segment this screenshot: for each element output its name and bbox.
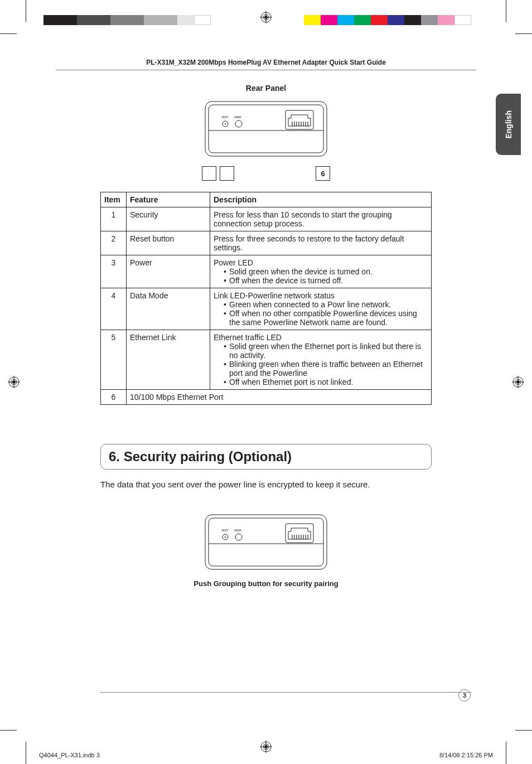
device-rear-diagram-icon: RST NMK — [202, 511, 330, 573]
svg-point-25 — [235, 120, 242, 127]
callout-row: 6 — [202, 166, 330, 181]
table-row: 3 Power Power LED Solid green when the d… — [101, 255, 432, 288]
svg-text:NMK: NMK — [234, 529, 241, 532]
table-header-row: Item Feature Description — [101, 192, 432, 207]
svg-rect-43 — [286, 524, 313, 543]
crop-mark — [515, 33, 532, 34]
section-text: The data that you sent over the power li… — [100, 480, 432, 489]
table-row: 1 Security Press for less than 10 second… — [101, 207, 432, 231]
language-tab: English — [496, 94, 521, 155]
table-row: 6 10/100 Mbps Ethernet Port — [101, 390, 432, 405]
svg-rect-36 — [209, 518, 323, 566]
panel-title: Rear Panel — [100, 84, 432, 93]
crop-mark — [26, 0, 26, 22]
crop-mark — [26, 742, 26, 764]
svg-point-40 — [225, 536, 226, 538]
slug-timestamp: 8/14/08 2:15:26 PM — [439, 752, 493, 758]
col-feature: Feature — [127, 192, 210, 207]
svg-point-4 — [264, 16, 268, 19]
table-row: 5 Ethernet Link Ethernet traffic LED Sol… — [101, 330, 432, 390]
slug-filename: Q4044_PL-X31.indb 3 — [39, 752, 100, 758]
svg-point-14 — [12, 380, 16, 384]
crop-mark — [506, 0, 506, 22]
svg-rect-35 — [205, 515, 327, 569]
crop-mark — [0, 33, 17, 34]
features-table: Item Feature Description 1 Security Pres… — [100, 192, 432, 405]
section-heading: 6. Security pairing (Optional) — [100, 444, 432, 470]
header-title: PL-X31M_X32M 200Mbps HomePlug AV Etherne… — [33, 59, 499, 66]
device-rear-diagram-icon: RST NMK — [202, 98, 330, 159]
registration-mark-icon — [260, 741, 272, 753]
page-number: 3 — [458, 689, 471, 702]
diagram-caption: Push Grouping button for security pairin… — [100, 579, 432, 588]
svg-point-24 — [225, 123, 226, 125]
table-row: 4 Data Mode Link LED-Powerline network s… — [101, 288, 432, 330]
callout-box — [220, 166, 234, 181]
callout-box: 6 — [316, 166, 330, 181]
svg-point-9 — [264, 745, 268, 748]
svg-text:RST: RST — [222, 529, 229, 532]
svg-rect-26 — [286, 110, 313, 129]
svg-rect-21 — [209, 105, 323, 153]
crop-mark — [506, 742, 506, 764]
registration-mark-icon — [8, 376, 20, 388]
color-bar-grayscale — [43, 15, 211, 25]
svg-rect-20 — [205, 101, 327, 156]
divider — [56, 70, 476, 70]
svg-point-42 — [235, 534, 242, 540]
footer-divider — [100, 692, 472, 693]
registration-mark-icon — [512, 376, 524, 388]
svg-point-19 — [516, 380, 520, 384]
table-row: 2 Reset button Press for three seconds t… — [101, 231, 432, 255]
col-item: Item — [101, 192, 127, 207]
col-description: Description — [210, 192, 432, 207]
registration-mark-icon — [260, 11, 272, 23]
language-tab-label: English — [504, 110, 513, 139]
callout-box — [202, 166, 216, 181]
nmk-label: NMK — [234, 115, 241, 119]
rst-label: RST — [222, 115, 229, 119]
color-bar-process — [304, 15, 471, 25]
crop-mark — [0, 730, 17, 731]
crop-mark — [515, 730, 532, 731]
